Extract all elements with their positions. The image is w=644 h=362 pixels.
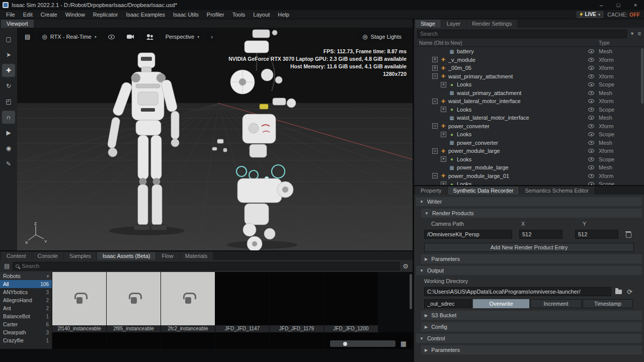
menu-item[interactable]: Tools bbox=[228, 10, 250, 19]
grid-view-toggle-icon[interactable]: ▦ bbox=[400, 340, 407, 347]
expand-toggle-icon[interactable] bbox=[441, 107, 446, 112]
stage-tree-row[interactable]: _00m_05 Xform bbox=[414, 64, 640, 72]
expand-toggle-icon[interactable] bbox=[432, 148, 438, 154]
stage-lights-button[interactable]: ◎ Stage Lights bbox=[356, 31, 408, 42]
frame-select-tool-button[interactable]: ▢ bbox=[2, 33, 15, 46]
timestamp-button[interactable]: Timestamp bbox=[583, 299, 633, 308]
scale-tool-button[interactable]: ◰ bbox=[2, 95, 15, 108]
section-parameters[interactable]: Parameters bbox=[421, 254, 642, 263]
stage-tree-header[interactable]: Name (Old to New) Type bbox=[414, 40, 644, 47]
category-item[interactable]: Clearpath 3 bbox=[0, 328, 52, 336]
overwrite-button[interactable]: Overwrite bbox=[473, 299, 529, 308]
type-column-header[interactable]: Type bbox=[599, 40, 610, 46]
slider-handle[interactable] bbox=[343, 342, 347, 346]
asset-item[interactable]: 2fc2_instanceable bbox=[161, 272, 215, 332]
menu-item[interactable]: Replicator bbox=[89, 10, 122, 19]
tree-toggle-icon[interactable]: ▤ bbox=[4, 262, 10, 269]
visibility-eye-icon[interactable] bbox=[588, 116, 594, 120]
expand-toggle-icon[interactable] bbox=[441, 156, 446, 162]
expand-toggle-icon[interactable] bbox=[432, 73, 438, 79]
visibility-eye-icon[interactable] bbox=[588, 157, 594, 161]
asset-item[interactable]: 2f140_instanceable bbox=[52, 272, 106, 332]
add-render-product-button[interactable]: Add New Render Product Entry bbox=[424, 243, 634, 252]
asset-item[interactable]: JFD_JFD_1179 bbox=[270, 272, 324, 332]
camera-path-input[interactable] bbox=[424, 230, 512, 239]
resolution-x-input[interactable] bbox=[519, 230, 562, 239]
maximize-button[interactable]: □ bbox=[610, 0, 627, 10]
stage-tree-row[interactable]: power_converter Mesh bbox=[414, 139, 640, 147]
stage-tree-row[interactable]: power_module_large Mesh bbox=[414, 163, 640, 172]
visibility-eye-icon[interactable] bbox=[588, 82, 594, 86]
close-button[interactable]: × bbox=[627, 0, 644, 10]
content-tab[interactable]: Isaac Assets (Beta) bbox=[97, 252, 156, 260]
category-item[interactable]: AllegroHand 2 bbox=[0, 296, 52, 304]
content-tab[interactable]: Materials bbox=[180, 252, 213, 260]
toolbar-expand-chevron[interactable]: › bbox=[206, 31, 217, 42]
section-control[interactable]: Control bbox=[416, 334, 642, 343]
renderer-dropdown[interactable]: ◎ RTX - Real-Time ▾ bbox=[37, 31, 101, 42]
snap-tool-button[interactable]: ∩ bbox=[2, 111, 15, 124]
visibility-eye-icon[interactable] bbox=[588, 58, 594, 62]
expand-toggle-icon[interactable] bbox=[441, 182, 446, 185]
visibility-eye-icon[interactable] bbox=[588, 74, 594, 78]
content-tab[interactable]: Flow bbox=[156, 252, 179, 260]
select-tool-button[interactable]: ➤ bbox=[2, 48, 15, 61]
menu-item[interactable]: Layout bbox=[249, 10, 274, 19]
folder-icon[interactable] bbox=[615, 290, 622, 294]
paint-tool-button[interactable]: ✎ bbox=[2, 157, 15, 170]
menu-item[interactable]: Isaac Examples bbox=[122, 10, 169, 19]
stage-tab[interactable]: Render Settings bbox=[466, 20, 517, 28]
stage-tree-row[interactable]: Looks Scope bbox=[414, 80, 640, 89]
viewport-options-button[interactable]: ▤ bbox=[20, 31, 35, 42]
visibility-eye-icon[interactable] bbox=[588, 149, 594, 153]
property-tab[interactable]: Synthetic Data Recorder bbox=[448, 187, 519, 195]
visibility-eye-icon[interactable] bbox=[588, 49, 594, 53]
visibility-eye-icon[interactable] bbox=[588, 165, 594, 169]
tab-viewport[interactable]: Viewport bbox=[1, 20, 34, 28]
expand-toggle-icon[interactable] bbox=[441, 82, 446, 87]
visibility-eye-icon[interactable] bbox=[588, 182, 594, 185]
expand-toggle-icon[interactable] bbox=[432, 65, 438, 71]
visibility-eye-icon[interactable] bbox=[588, 132, 594, 136]
stage-tree-row[interactable]: Looks Scope bbox=[414, 155, 640, 164]
content-search-input[interactable] bbox=[22, 263, 396, 269]
visibility-eye-icon[interactable] bbox=[588, 108, 594, 112]
menu-item[interactable]: Window bbox=[61, 10, 89, 19]
live-dropdown-caret-icon[interactable]: ▾ bbox=[598, 12, 601, 17]
cache-status[interactable]: CACHE: OFF bbox=[607, 12, 640, 18]
waypoint-button[interactable] bbox=[141, 31, 158, 42]
asset-thumbnail[interactable] bbox=[161, 272, 215, 325]
menu-item[interactable]: Help bbox=[274, 10, 293, 19]
content-tab[interactable]: Content bbox=[1, 252, 32, 260]
viewport-canvas[interactable]: ▤ ◎ RTX - Real-Time ▾ Perspective bbox=[17, 28, 413, 250]
stage-search-box[interactable] bbox=[417, 30, 627, 38]
live-sync-button[interactable]: LIVE ▾ bbox=[577, 11, 604, 18]
visibility-eye-icon[interactable] bbox=[588, 66, 594, 70]
section-writer[interactable]: Writer bbox=[416, 197, 642, 206]
visibility-options-button[interactable] bbox=[104, 31, 119, 42]
capture-button[interactable] bbox=[122, 31, 139, 42]
content-tab[interactable]: Samples bbox=[64, 252, 97, 260]
stage-tab[interactable]: Stage bbox=[415, 20, 441, 28]
category-item[interactable]: All 106 bbox=[0, 280, 52, 288]
category-item[interactable]: BalanceBot 1 bbox=[0, 312, 52, 320]
stage-tree-scrollbar[interactable] bbox=[641, 48, 643, 104]
stage-tree-row[interactable]: waist_lateral_motor_interface Xform bbox=[414, 97, 640, 106]
category-dropdown[interactable]: Robots ▾ bbox=[0, 272, 52, 280]
refresh-icon[interactable]: ⟳ bbox=[627, 289, 632, 295]
category-item[interactable]: Crazyflie 1 bbox=[0, 336, 52, 344]
asset-thumbnail[interactable] bbox=[270, 272, 324, 325]
gear-icon[interactable]: ⚙ bbox=[403, 262, 409, 270]
visibility-eye-icon[interactable] bbox=[588, 141, 594, 145]
property-tab[interactable]: Semantics Schema Editor bbox=[519, 187, 594, 195]
physics-inspector-button[interactable]: ◉ bbox=[2, 142, 15, 155]
visibility-eye-icon[interactable] bbox=[588, 91, 594, 95]
expand-toggle-icon[interactable] bbox=[432, 99, 438, 104]
name-column-header[interactable]: Name (Old to New) bbox=[419, 40, 462, 46]
stage-tree-row[interactable]: power_converter Xform bbox=[414, 122, 640, 131]
stage-tree-row[interactable]: battery Mesh bbox=[414, 47, 640, 56]
section-render-products[interactable]: Render Products bbox=[421, 209, 642, 218]
menu-item[interactable]: Create bbox=[37, 10, 61, 19]
asset-thumbnail[interactable] bbox=[215, 272, 269, 325]
menu-item[interactable]: Edit bbox=[19, 10, 37, 19]
